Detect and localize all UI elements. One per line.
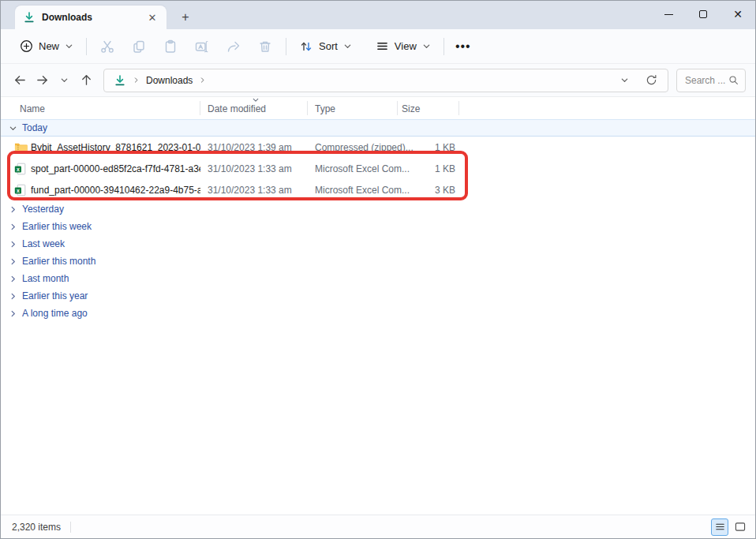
group-header-yesterday[interactable]: Yesterday	[1, 200, 755, 218]
column-header-size[interactable]: Size	[402, 103, 420, 114]
more-options-button[interactable]: •••	[449, 34, 477, 59]
file-explorer-window: Downloads ✕ + ✕ New Sort View •	[0, 0, 756, 539]
sort-button[interactable]: Sort	[291, 34, 360, 59]
toolbar-divider	[443, 38, 444, 55]
downloads-icon	[114, 74, 126, 87]
group-header-last-month[interactable]: Last month	[1, 270, 755, 287]
items-count: 2,320 items	[12, 522, 61, 533]
thumbnails-view-icon	[735, 522, 746, 532]
file-date-modified: 31/10/2023 1:33 am	[208, 163, 292, 174]
command-toolbar: New Sort View •••	[1, 29, 755, 64]
excel-icon: x	[14, 162, 28, 175]
group-header-earlier-this-week[interactable]: Earlier this week	[1, 218, 755, 235]
rename-icon	[194, 39, 210, 54]
minimize-button[interactable]	[651, 1, 686, 28]
tab-downloads[interactable]: Downloads ✕	[15, 6, 167, 29]
sort-indicator-icon	[252, 97, 260, 103]
group-header-earlier-this-month[interactable]: Earlier this month	[1, 253, 755, 270]
chevron-down-icon	[422, 42, 431, 51]
zip-folder-icon	[14, 140, 28, 154]
new-tab-button[interactable]: +	[176, 8, 195, 27]
view-lines-icon	[376, 39, 389, 53]
new-button-label: New	[39, 40, 59, 52]
chevron-right-icon	[9, 292, 17, 301]
group-header-last-week[interactable]: Last week	[1, 235, 755, 253]
address-dropdown-button[interactable]	[614, 70, 634, 91]
file-row[interactable]: xspot_part-00000-ed85f2ca-f7fd-4781-a3e6…	[1, 158, 755, 179]
tab-title: Downloads	[42, 12, 138, 23]
toolbar-divider	[86, 38, 87, 55]
search-input[interactable]: Search ...	[676, 69, 746, 92]
paste-icon	[163, 39, 178, 54]
chevron-down-icon	[343, 42, 352, 51]
back-button[interactable]	[9, 69, 31, 92]
view-button-label: View	[395, 40, 417, 52]
new-button[interactable]: New	[12, 34, 81, 59]
maximize-button[interactable]	[686, 1, 720, 28]
file-size: 1 KB	[395, 142, 455, 153]
group-header-earlier-this-year[interactable]: Earlier this year	[1, 287, 755, 305]
copy-icon	[131, 39, 147, 54]
file-name: fund_part-00000-39410462-22a9-4b75-afb1-…	[31, 185, 200, 196]
details-view-toggle[interactable]	[711, 518, 728, 536]
paste-button[interactable]	[155, 34, 186, 59]
cut-button[interactable]	[92, 34, 123, 59]
column-separator[interactable]	[397, 101, 398, 115]
refresh-button[interactable]	[641, 70, 661, 91]
rename-button[interactable]	[186, 34, 218, 59]
file-size: 1 KB	[395, 163, 455, 174]
file-date-modified: 31/10/2023 1:33 am	[208, 185, 292, 196]
share-icon	[226, 39, 241, 54]
window-controls: ✕	[651, 1, 755, 29]
file-row[interactable]: Bybit_AssetHistory_8781621_2023-01-01_20…	[1, 137, 755, 158]
column-separator[interactable]	[200, 101, 200, 115]
column-separator[interactable]	[307, 101, 308, 115]
cut-icon	[99, 39, 115, 54]
group-label: Today	[22, 122, 47, 133]
breadcrumb[interactable]: Downloads	[103, 69, 668, 92]
arrow-up-icon	[80, 73, 93, 87]
breadcrumb-chevron-icon[interactable]	[199, 77, 206, 84]
svg-text:x: x	[17, 166, 20, 171]
up-button[interactable]	[75, 69, 97, 92]
group-header-a-long-time-ago[interactable]: A long time ago	[1, 305, 755, 322]
copy-button[interactable]	[123, 34, 155, 59]
group-label: Earlier this week	[22, 221, 92, 232]
column-separator[interactable]	[458, 101, 459, 115]
chevron-right-icon	[9, 205, 17, 214]
column-header-type[interactable]: Type	[315, 103, 335, 114]
thumbnails-view-toggle[interactable]	[732, 518, 749, 536]
title-bar: Downloads ✕ + ✕	[1, 1, 755, 29]
file-name: Bybit_AssetHistory_8781621_2023-01-01_20…	[31, 142, 200, 153]
chevron-down-icon	[65, 42, 73, 51]
group-label: Last month	[22, 273, 69, 284]
chevron-down-icon	[9, 124, 17, 133]
sort-arrows-icon	[299, 39, 313, 54]
arrow-left-icon	[13, 73, 27, 87]
close-tab-icon[interactable]: ✕	[144, 9, 160, 25]
column-header-name[interactable]: Name	[20, 103, 45, 114]
column-header-date-modified[interactable]: Date modified	[208, 103, 266, 114]
close-button[interactable]: ✕	[720, 1, 755, 28]
chevron-right-icon	[9, 257, 17, 266]
share-button[interactable]	[218, 34, 249, 59]
status-divider	[70, 522, 71, 533]
forward-button[interactable]	[31, 69, 53, 92]
view-button[interactable]: View	[368, 34, 439, 59]
search-icon	[728, 75, 739, 85]
file-name: spot_part-00000-ed85f2ca-f7fd-4781-a3e6-…	[31, 163, 200, 174]
group-label: Earlier this year	[22, 290, 88, 301]
maximize-icon	[699, 10, 707, 18]
toolbar-divider	[286, 38, 286, 55]
minimize-icon	[664, 14, 673, 15]
breadcrumb-segment-downloads[interactable]: Downloads	[146, 75, 193, 86]
chevron-right-icon	[9, 223, 17, 231]
group-header-today[interactable]: Today	[1, 119, 755, 137]
chevron-right-icon	[9, 240, 17, 249]
recent-locations-button[interactable]	[53, 69, 75, 92]
file-row[interactable]: xfund_part-00000-39410462-22a9-4b75-afb1…	[1, 179, 755, 200]
delete-button[interactable]	[249, 34, 281, 59]
delete-icon	[257, 39, 273, 54]
breadcrumb-chevron-icon	[133, 77, 140, 84]
chevron-right-icon	[9, 309, 17, 318]
